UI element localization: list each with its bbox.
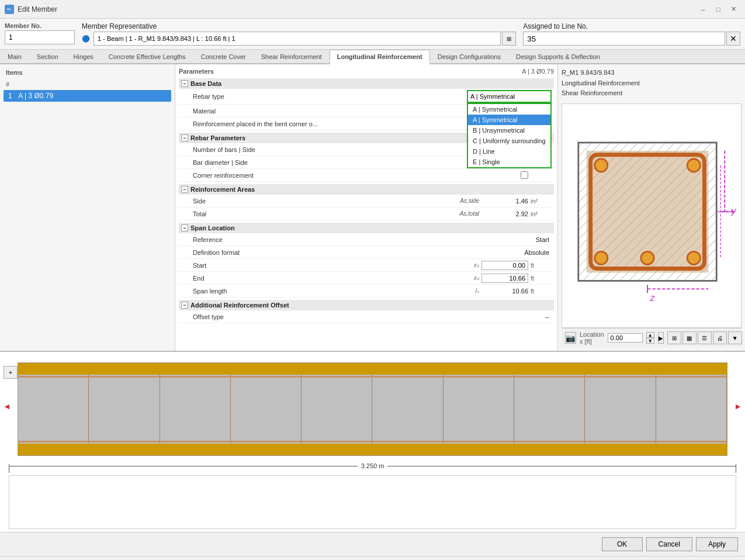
tab-longitudinal-reinforcement[interactable]: Longitudinal Reinforcement [330, 50, 430, 64]
additional-offset-header[interactable]: − Additional Reinforcement Offset [179, 300, 554, 310]
assigned-line-input[interactable] [523, 32, 725, 46]
svg-point-5 [687, 159, 700, 172]
side-area-symbol: As,side [446, 198, 481, 204]
svg-point-4 [595, 159, 608, 172]
tab-design-supports[interactable]: Design Supports & Deflection [508, 50, 608, 63]
apply-button[interactable]: Apply [696, 537, 738, 551]
offset-type-label: Offset type [193, 313, 545, 320]
location-label: Location x [ft] [580, 331, 604, 345]
rebar-type-dropdown-menu: A | Symmetrical A | Symmetrical B | Unsy… [467, 103, 552, 168]
view-icons: ⊞ ▦ ☰ 🖨 ▼ [667, 331, 742, 344]
base-data-expand[interactable]: − [181, 80, 188, 87]
definition-format-value: Absolute [371, 249, 552, 256]
location-down-button[interactable]: ▼ [646, 338, 654, 344]
end-label: End [193, 275, 446, 282]
reinforcement-areas-header[interactable]: − Reinforcement Areas [179, 184, 554, 195]
beam-seg-2 [89, 375, 160, 444]
location-next-button[interactable]: ▶ [658, 332, 664, 344]
additional-offset-title: Additional Reinforcement Offset [190, 302, 289, 309]
dropdown-option-a-selected[interactable]: A | Symmetrical [468, 115, 550, 125]
tab-concrete-cover[interactable]: Concrete Cover [193, 50, 254, 63]
location-bar: 📷 Location x [ft] ▲ ▼ ▶ ⊞ ▦ ☰ 🖨 ▼ [562, 328, 741, 347]
params-value: A | 3 Ø0.79 [522, 68, 554, 75]
dropdown-option-d[interactable]: D | Line [468, 146, 550, 157]
tab-hinges[interactable]: Hinges [66, 50, 101, 63]
offset-type-value: -- [545, 313, 552, 320]
dropdown-option-b[interactable]: B | Unsymmetrical [468, 125, 550, 136]
tab-shear-reinforcement[interactable]: Shear Reinforcement [254, 50, 330, 63]
section-svg: y z [562, 104, 741, 327]
bottom-rebar-line [18, 441, 727, 443]
reinforcement-areas-expand[interactable]: − [181, 186, 188, 193]
end-row: End x₂ ft [179, 272, 554, 285]
tab-design-configurations[interactable]: Design Configurations [430, 50, 508, 63]
more-button[interactable]: ▼ [728, 331, 742, 344]
right-panel-line-2: Longitudinal Reinforcement [562, 78, 741, 89]
dim-left-tick [9, 464, 9, 473]
window-controls: – □ ✕ [696, 4, 740, 15]
span-location-title: Span Location [190, 224, 235, 231]
rebar-params-expand[interactable]: − [181, 134, 188, 141]
grid-view-button[interactable]: ▦ [682, 331, 697, 344]
start-row: Start x₁ ft [179, 259, 554, 272]
location-up-button[interactable]: ▲ [646, 332, 654, 338]
location-camera-button[interactable]: 📷 [565, 332, 576, 344]
additional-offset-expand[interactable]: − [181, 302, 188, 309]
dropdown-option-a[interactable]: A | Symmetrical [468, 104, 550, 115]
num-bars-label: Number of bars | Side [193, 146, 446, 153]
end-input[interactable] [481, 274, 528, 283]
location-input[interactable] [608, 333, 643, 343]
app-icon: ✏ [5, 5, 14, 14]
member-rep-label: Member Representative [82, 22, 516, 30]
tab-section[interactable]: Section [29, 50, 66, 63]
assigned-line-button[interactable]: ✕ [726, 32, 740, 46]
sidebar-col-num: # [6, 81, 18, 88]
span-location-header[interactable]: − Span Location [179, 223, 554, 233]
rebar-params-title: Rebar Parameters [190, 134, 245, 141]
right-panel: R_M1 9.843/9.843 Longitudinal Reinforcem… [558, 64, 745, 351]
start-symbol: x₁ [446, 262, 481, 268]
member-rep-input[interactable] [93, 32, 501, 46]
top-rebar-line [18, 376, 727, 378]
list-view-button[interactable]: ☰ [698, 331, 712, 344]
beam-seg-9 [585, 375, 656, 444]
ok-button[interactable]: OK [602, 537, 643, 551]
rebar-type-select[interactable]: A | Symmetrical B | Unsymmetrical C | Un… [467, 90, 552, 103]
total-area-row: Total As,total 2.92 in² [179, 208, 554, 220]
dropdown-option-c[interactable]: C | Uniformly surrounding [468, 136, 550, 146]
start-input[interactable] [481, 261, 528, 270]
sidebar: Items # 1 A | 3 Ø0.79 + ⧉ ✕ [0, 64, 175, 351]
bottom-toolbar: 0.00 ⊕ ◎ ⊞ ⚙ ✱ [0, 556, 745, 560]
assigned-line-label: Assigned to Line No. [523, 22, 740, 30]
dropdown-option-e[interactable]: E | Single [468, 157, 550, 167]
svg-point-7 [687, 251, 700, 264]
cancel-button[interactable]: Cancel [646, 537, 692, 551]
sidebar-item-1[interactable]: 1 A | 3 Ø0.79 [4, 90, 171, 102]
base-data-header[interactable]: − Base Data [179, 78, 554, 89]
beam-seg-6 [372, 375, 443, 444]
corner-reinforcement-checkbox[interactable] [521, 171, 528, 179]
beam-dividers [18, 375, 727, 444]
member-no-field: Member No. [5, 22, 75, 46]
member-no-label: Member No. [5, 22, 75, 29]
beam-viz [18, 362, 727, 456]
span-location-expand[interactable]: − [181, 224, 188, 231]
filter-icon-button[interactable]: ⊞ [667, 331, 681, 344]
tab-main[interactable]: Main [0, 50, 29, 63]
corner-reinforcement-checkbox-wrapper [481, 171, 528, 179]
sidebar-list-header: # [4, 79, 171, 89]
tab-concrete-effective-lengths[interactable]: Concrete Effective Lengths [101, 50, 193, 63]
maximize-button[interactable]: □ [711, 4, 725, 15]
print-button[interactable]: 🖨 [713, 331, 727, 344]
minimize-button[interactable]: – [696, 4, 710, 15]
span-location-section: − Span Location Reference Start Definiti… [179, 223, 554, 298]
title-bar: ✏ Edit Member – □ ✕ [0, 0, 745, 19]
span-length-value: 10.66 [481, 288, 528, 295]
member-rep-browse-button[interactable]: ⊞ [502, 32, 516, 46]
dim-text: 3.250 m [358, 462, 388, 469]
member-no-input[interactable] [5, 30, 75, 44]
close-button[interactable]: ✕ [726, 4, 740, 15]
additional-offset-section: − Additional Reinforcement Offset Offset… [179, 300, 554, 323]
side-area-label: Side [193, 198, 446, 205]
svg-point-6 [595, 251, 608, 264]
